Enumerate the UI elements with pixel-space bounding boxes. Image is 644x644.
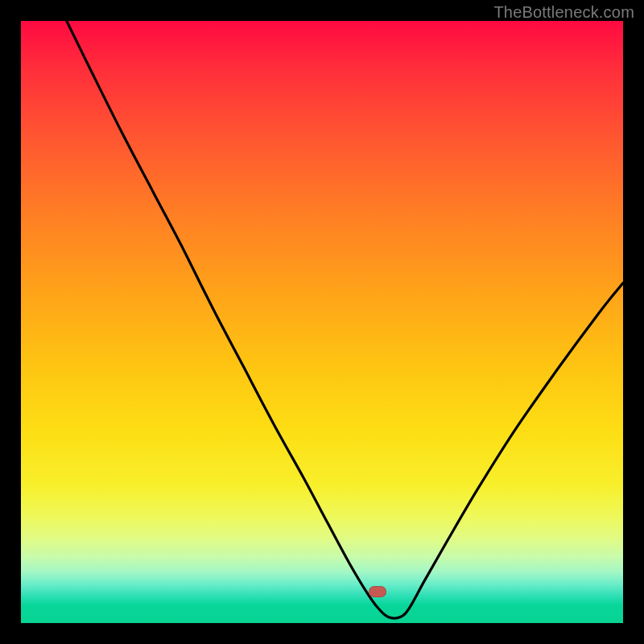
optimum-marker <box>369 586 386 597</box>
watermark-text: TheBottleneck.com <box>493 3 634 22</box>
figure-frame: TheBottleneck.com <box>0 0 644 644</box>
bottleneck-curve <box>21 21 623 623</box>
plot-area <box>21 21 623 623</box>
